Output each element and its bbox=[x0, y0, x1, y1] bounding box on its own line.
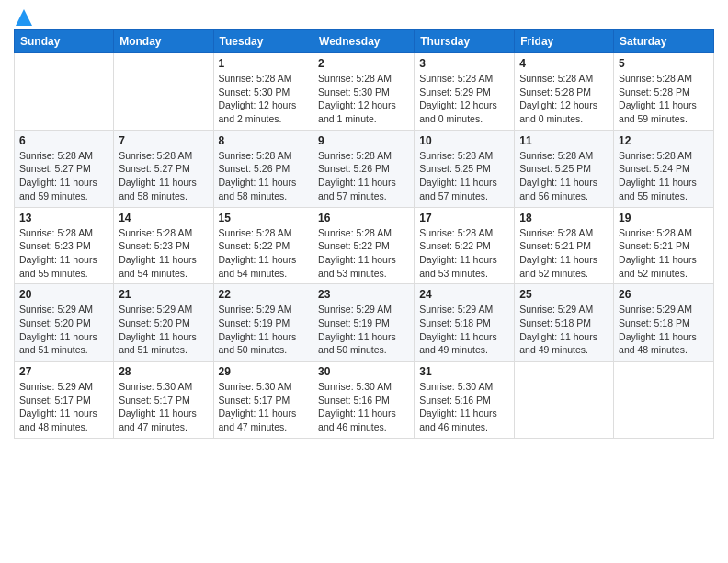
day-number: 3 bbox=[419, 57, 509, 70]
calendar-cell: 17Sunrise: 5:28 AM Sunset: 5:22 PM Dayli… bbox=[415, 207, 515, 284]
day-number: 21 bbox=[119, 288, 208, 301]
day-number: 23 bbox=[318, 288, 409, 301]
day-info: Sunrise: 5:30 AM Sunset: 5:16 PM Dayligh… bbox=[318, 380, 409, 434]
day-info: Sunrise: 5:29 AM Sunset: 5:18 PM Dayligh… bbox=[619, 303, 709, 357]
calendar-cell: 12Sunrise: 5:28 AM Sunset: 5:24 PM Dayli… bbox=[614, 130, 714, 207]
calendar-cell: 6Sunrise: 5:28 AM Sunset: 5:27 PM Daylig… bbox=[15, 130, 114, 207]
day-info: Sunrise: 5:29 AM Sunset: 5:20 PM Dayligh… bbox=[19, 303, 108, 357]
day-number: 19 bbox=[619, 212, 709, 224]
day-header-thursday: Thursday bbox=[415, 30, 515, 53]
day-info: Sunrise: 5:28 AM Sunset: 5:23 PM Dayligh… bbox=[19, 226, 108, 281]
calendar-cell: 24Sunrise: 5:29 AM Sunset: 5:18 PM Dayli… bbox=[415, 284, 515, 362]
day-number: 27 bbox=[19, 365, 108, 378]
day-number: 14 bbox=[119, 212, 208, 224]
calendar-cell: 13Sunrise: 5:28 AM Sunset: 5:23 PM Dayli… bbox=[15, 207, 114, 284]
day-info: Sunrise: 5:29 AM Sunset: 5:18 PM Dayligh… bbox=[519, 303, 609, 357]
day-number: 9 bbox=[318, 134, 409, 147]
calendar-week-2: 6Sunrise: 5:28 AM Sunset: 5:27 PM Daylig… bbox=[15, 130, 714, 207]
calendar-cell: 31Sunrise: 5:30 AM Sunset: 5:16 PM Dayli… bbox=[415, 362, 515, 439]
day-number: 15 bbox=[219, 212, 309, 224]
calendar-cell: 5Sunrise: 5:28 AM Sunset: 5:28 PM Daylig… bbox=[614, 53, 714, 131]
calendar-cell: 26Sunrise: 5:29 AM Sunset: 5:18 PM Dayli… bbox=[614, 284, 714, 362]
calendar-cell: 2Sunrise: 5:28 AM Sunset: 5:30 PM Daylig… bbox=[313, 53, 415, 131]
day-info: Sunrise: 5:30 AM Sunset: 5:17 PM Dayligh… bbox=[119, 380, 208, 434]
day-number: 5 bbox=[619, 57, 709, 70]
calendar-cell: 10Sunrise: 5:28 AM Sunset: 5:25 PM Dayli… bbox=[415, 130, 515, 207]
day-header-saturday: Saturday bbox=[614, 30, 714, 53]
calendar-cell bbox=[15, 53, 114, 131]
calendar-cell: 8Sunrise: 5:28 AM Sunset: 5:26 PM Daylig… bbox=[213, 130, 313, 207]
page: SundayMondayTuesdayWednesdayThursdayFrid… bbox=[0, 0, 728, 563]
day-info: Sunrise: 5:28 AM Sunset: 5:26 PM Dayligh… bbox=[219, 149, 309, 203]
day-info: Sunrise: 5:28 AM Sunset: 5:28 PM Dayligh… bbox=[619, 72, 709, 126]
day-number: 22 bbox=[219, 288, 309, 301]
calendar-table: SundayMondayTuesdayWednesdayThursdayFrid… bbox=[14, 29, 714, 439]
calendar-cell bbox=[614, 362, 714, 439]
day-number: 31 bbox=[419, 365, 509, 378]
header bbox=[14, 9, 714, 24]
calendar-cell: 11Sunrise: 5:28 AM Sunset: 5:25 PM Dayli… bbox=[515, 130, 614, 207]
day-number: 28 bbox=[119, 365, 208, 378]
calendar-cell bbox=[114, 53, 213, 131]
day-number: 6 bbox=[19, 134, 108, 147]
calendar-cell bbox=[515, 362, 614, 439]
day-info: Sunrise: 5:28 AM Sunset: 5:28 PM Dayligh… bbox=[519, 72, 609, 126]
calendar-cell: 29Sunrise: 5:30 AM Sunset: 5:17 PM Dayli… bbox=[213, 362, 313, 439]
day-info: Sunrise: 5:28 AM Sunset: 5:29 PM Dayligh… bbox=[419, 72, 509, 126]
calendar-cell: 27Sunrise: 5:29 AM Sunset: 5:17 PM Dayli… bbox=[15, 362, 114, 439]
day-number: 29 bbox=[219, 365, 309, 378]
day-info: Sunrise: 5:28 AM Sunset: 5:22 PM Dayligh… bbox=[419, 226, 509, 281]
day-info: Sunrise: 5:28 AM Sunset: 5:21 PM Dayligh… bbox=[619, 226, 709, 281]
day-header-sunday: Sunday bbox=[15, 30, 114, 53]
day-header-friday: Friday bbox=[515, 30, 614, 53]
day-info: Sunrise: 5:28 AM Sunset: 5:21 PM Dayligh… bbox=[519, 226, 609, 281]
day-info: Sunrise: 5:28 AM Sunset: 5:24 PM Dayligh… bbox=[619, 149, 709, 203]
day-info: Sunrise: 5:29 AM Sunset: 5:18 PM Dayligh… bbox=[419, 303, 509, 357]
calendar-week-4: 20Sunrise: 5:29 AM Sunset: 5:20 PM Dayli… bbox=[15, 284, 714, 362]
day-number: 8 bbox=[219, 134, 309, 147]
day-header-monday: Monday bbox=[114, 30, 213, 53]
calendar-cell: 30Sunrise: 5:30 AM Sunset: 5:16 PM Dayli… bbox=[313, 362, 415, 439]
day-number: 24 bbox=[419, 288, 509, 301]
calendar-week-3: 13Sunrise: 5:28 AM Sunset: 5:23 PM Dayli… bbox=[15, 207, 714, 284]
calendar-cell: 7Sunrise: 5:28 AM Sunset: 5:27 PM Daylig… bbox=[114, 130, 213, 207]
day-info: Sunrise: 5:29 AM Sunset: 5:20 PM Dayligh… bbox=[119, 303, 208, 357]
day-info: Sunrise: 5:28 AM Sunset: 5:30 PM Dayligh… bbox=[219, 72, 309, 126]
day-info: Sunrise: 5:29 AM Sunset: 5:19 PM Dayligh… bbox=[219, 303, 309, 357]
day-info: Sunrise: 5:28 AM Sunset: 5:23 PM Dayligh… bbox=[119, 226, 208, 281]
svg-marker-0 bbox=[16, 9, 32, 26]
day-number: 25 bbox=[519, 288, 609, 301]
calendar-cell: 3Sunrise: 5:28 AM Sunset: 5:29 PM Daylig… bbox=[415, 53, 515, 131]
day-number: 7 bbox=[119, 134, 208, 147]
day-number: 30 bbox=[318, 365, 409, 378]
calendar-cell: 28Sunrise: 5:30 AM Sunset: 5:17 PM Dayli… bbox=[114, 362, 213, 439]
day-number: 12 bbox=[619, 134, 709, 147]
day-number: 18 bbox=[519, 212, 609, 224]
day-number: 4 bbox=[519, 57, 609, 70]
day-header-tuesday: Tuesday bbox=[213, 30, 313, 53]
day-number: 11 bbox=[519, 134, 609, 147]
calendar-cell: 4Sunrise: 5:28 AM Sunset: 5:28 PM Daylig… bbox=[515, 53, 614, 131]
calendar-cell: 20Sunrise: 5:29 AM Sunset: 5:20 PM Dayli… bbox=[15, 284, 114, 362]
calendar-cell: 21Sunrise: 5:29 AM Sunset: 5:20 PM Dayli… bbox=[114, 284, 213, 362]
day-number: 26 bbox=[619, 288, 709, 301]
calendar-cell: 16Sunrise: 5:28 AM Sunset: 5:22 PM Dayli… bbox=[313, 207, 415, 284]
calendar-cell: 25Sunrise: 5:29 AM Sunset: 5:18 PM Dayli… bbox=[515, 284, 614, 362]
logo-triangle-icon bbox=[16, 9, 32, 26]
day-info: Sunrise: 5:28 AM Sunset: 5:22 PM Dayligh… bbox=[219, 226, 309, 281]
day-header-wednesday: Wednesday bbox=[313, 30, 415, 53]
day-number: 16 bbox=[318, 212, 409, 224]
calendar-cell: 15Sunrise: 5:28 AM Sunset: 5:22 PM Dayli… bbox=[213, 207, 313, 284]
calendar-cell: 1Sunrise: 5:28 AM Sunset: 5:30 PM Daylig… bbox=[213, 53, 313, 131]
day-info: Sunrise: 5:28 AM Sunset: 5:25 PM Dayligh… bbox=[519, 149, 609, 203]
day-number: 20 bbox=[19, 288, 108, 301]
calendar-cell: 9Sunrise: 5:28 AM Sunset: 5:26 PM Daylig… bbox=[313, 130, 415, 207]
day-info: Sunrise: 5:29 AM Sunset: 5:17 PM Dayligh… bbox=[19, 380, 108, 434]
calendar-cell: 23Sunrise: 5:29 AM Sunset: 5:19 PM Dayli… bbox=[313, 284, 415, 362]
calendar-week-5: 27Sunrise: 5:29 AM Sunset: 5:17 PM Dayli… bbox=[15, 362, 714, 439]
day-info: Sunrise: 5:30 AM Sunset: 5:16 PM Dayligh… bbox=[419, 380, 509, 434]
calendar-header-row: SundayMondayTuesdayWednesdayThursdayFrid… bbox=[15, 30, 714, 53]
calendar-week-1: 1Sunrise: 5:28 AM Sunset: 5:30 PM Daylig… bbox=[15, 53, 714, 131]
day-info: Sunrise: 5:28 AM Sunset: 5:30 PM Dayligh… bbox=[318, 72, 409, 126]
day-info: Sunrise: 5:30 AM Sunset: 5:17 PM Dayligh… bbox=[219, 380, 309, 434]
